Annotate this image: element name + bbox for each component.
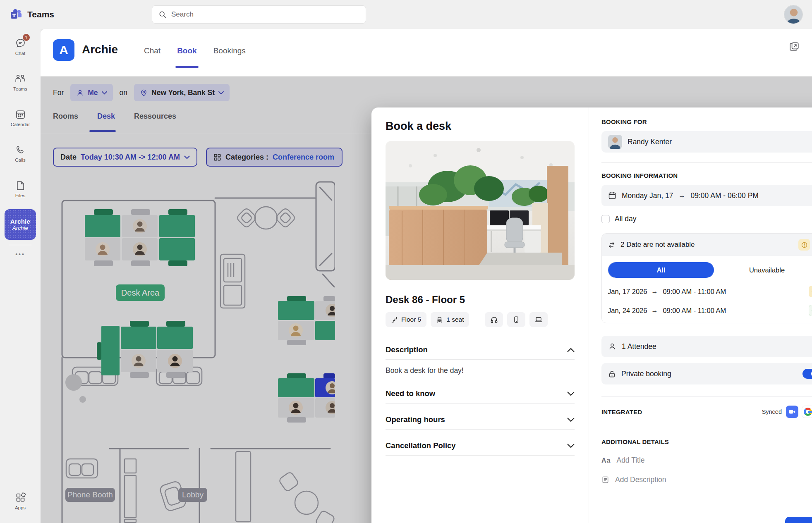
- on-label: on: [120, 88, 127, 97]
- confirm-button[interactable]: Confirm: [785, 517, 812, 523]
- open-in-new-window-button[interactable]: [789, 41, 800, 52]
- grid-icon: [213, 153, 221, 161]
- private-booking-row: Private booking: [601, 363, 812, 384]
- calendar-icon: [608, 191, 616, 200]
- person-icon: [76, 89, 84, 97]
- accordion-operating-hours[interactable]: Operating hours: [386, 409, 575, 430]
- booking-date-value: Monday Jan, 17: [622, 191, 673, 200]
- add-description-placeholder: Add Description: [615, 475, 666, 484]
- toggle-all[interactable]: All: [608, 262, 714, 278]
- location-pin-icon: [140, 89, 148, 97]
- section-divider: [601, 429, 812, 429]
- sidebar-item-files[interactable]: Files: [0, 171, 41, 207]
- sidebar-item-chat[interactable]: Chat 1: [0, 29, 41, 64]
- search-input[interactable]: Search: [152, 5, 366, 24]
- all-day-checkbox[interactable]: [601, 215, 610, 223]
- resource-type-tabs: Rooms Desk Ressources: [53, 112, 176, 121]
- synced-label: Synced: [762, 408, 782, 415]
- arrow-right-icon: →: [679, 192, 685, 199]
- main-stage: A Archie Chat Book Bookings For Me on Ne…: [41, 29, 812, 523]
- google-icon: [802, 406, 812, 418]
- booking-for-value: Randy Kenter: [628, 138, 809, 146]
- all-day-option: All day: [601, 215, 812, 223]
- user-avatar[interactable]: [784, 5, 803, 24]
- add-description-field[interactable]: Add Description: [601, 475, 812, 484]
- date-time-selector[interactable]: Monday Jan, 17 → 09:00 AM - 06:00 PM: [601, 185, 812, 206]
- sidebar-item-calls[interactable]: Calls: [0, 136, 41, 171]
- location-selector[interactable]: New York, Bank St: [134, 84, 230, 101]
- tab-book[interactable]: Book: [177, 46, 197, 61]
- teams-logo-icon: [10, 8, 22, 21]
- search-placeholder: Search: [171, 10, 194, 19]
- booking-panel: BOOKING FOR Randy Kenter BOOKING INFORMA…: [589, 107, 812, 523]
- booking-information-heading: BOOKING INFORMATION: [601, 172, 812, 179]
- accordion-cancellation-policy[interactable]: Cancellation Policy: [386, 435, 575, 456]
- availability-toggle: All Unavailable: [608, 262, 812, 278]
- conflict-row-1: Jan, 17 2026 → 09:00 AM - 11:00 AM: [608, 286, 812, 297]
- categories-filter[interactable]: Categories : Conference room: [206, 148, 343, 167]
- modal-title: Book a desk: [386, 120, 575, 133]
- desk-details-panel: Book a desk: [371, 107, 589, 523]
- add-title-placeholder: Add Title: [616, 456, 644, 465]
- seat-badge: 1 seat: [431, 312, 469, 327]
- chevron-down-icon: [567, 392, 575, 396]
- tab-chat[interactable]: Chat: [144, 46, 160, 61]
- tablet-amenity: [507, 312, 525, 327]
- additional-details-heading: ADDITIONAL DETAILS: [601, 438, 812, 445]
- description-icon: [601, 476, 609, 484]
- person-icon: [608, 342, 616, 351]
- floor-badge: Floor 5: [386, 312, 426, 327]
- arrow-right-icon: →: [651, 288, 658, 295]
- sidebar-item-teams[interactable]: Teams: [0, 64, 41, 100]
- page-title: Archie: [82, 43, 118, 56]
- for-selector[interactable]: Me: [70, 84, 113, 101]
- chevron-down-icon: [567, 418, 575, 422]
- desk-accordions: Description Book a desk for the day! Nee…: [386, 339, 575, 456]
- calendar-icon: [15, 109, 26, 120]
- lock-icon: [608, 370, 616, 378]
- accordion-description[interactable]: Description: [386, 339, 575, 360]
- chat-badge: 1: [23, 34, 30, 41]
- conflict-row-2: Jan, 24 2026 → 09:00 AM - 11:00 AM: [608, 305, 812, 316]
- section-divider: [601, 396, 812, 396]
- teams-brand: Teams: [10, 8, 54, 21]
- booking-for-selector[interactable]: Randy Kenter: [601, 131, 812, 153]
- sidebar-item-archie-active[interactable]: Archie Archie: [5, 209, 36, 240]
- warning-icon: [798, 239, 810, 251]
- person-photo-avatar: [608, 135, 622, 149]
- svg-text:Phone Booth: Phone Booth: [67, 490, 113, 499]
- chevron-up-icon: [567, 348, 575, 352]
- tab-desk[interactable]: Desk: [97, 112, 115, 121]
- desk-title: Desk 86 - Floor 5: [386, 294, 575, 306]
- booking-filter-row: For Me on New York, Bank St: [53, 84, 230, 101]
- floor-map[interactable]: Desk Area: [41, 174, 335, 523]
- attendee-selector[interactable]: 1 Attendee: [601, 336, 812, 357]
- accordion-need-to-know[interactable]: Need to know: [386, 383, 575, 404]
- private-booking-label: Private booking: [621, 370, 797, 378]
- map-decor-blobs: [65, 374, 86, 403]
- toggle-unavailable[interactable]: Unavailable: [714, 262, 812, 278]
- desk-cluster-3[interactable]: [278, 296, 335, 345]
- active-tab-underline: [89, 130, 116, 132]
- conflict-body: All Unavailable Jan, 17 2026 → 09:00 AM …: [602, 256, 812, 323]
- attendee-value: 1 Attendee: [622, 342, 809, 351]
- sidebar-item-calendar[interactable]: Calendar: [0, 100, 41, 136]
- desk-cluster-1[interactable]: [85, 209, 195, 266]
- laptop-amenity: [529, 312, 548, 327]
- text-title-icon: Aa: [601, 457, 611, 464]
- teams-icon: [14, 73, 26, 84]
- sidebar-item-apps[interactable]: Apps: [0, 483, 41, 519]
- sidebar-more-button[interactable]: •••: [0, 251, 41, 258]
- archie-app-icon: A: [53, 39, 74, 61]
- desk-cluster-2[interactable]: [97, 321, 193, 378]
- add-title-field[interactable]: Aa Add Title: [601, 456, 812, 465]
- date-filter[interactable]: Date Today 10:30 AM -> 12:00 AM: [53, 148, 197, 167]
- tab-bookings[interactable]: Bookings: [213, 46, 246, 61]
- private-booking-toggle-on[interactable]: [802, 369, 812, 379]
- app-rail: Chat 1 Teams Calendar Calls Files Archie…: [0, 29, 41, 523]
- tab-rooms[interactable]: Rooms: [53, 112, 78, 121]
- desk-cluster-4-selected[interactable]: [278, 373, 335, 423]
- tab-ressources[interactable]: Ressources: [134, 112, 176, 121]
- arrow-right-icon: →: [651, 307, 658, 314]
- conflict-header[interactable]: 2 Date are not available: [602, 234, 812, 256]
